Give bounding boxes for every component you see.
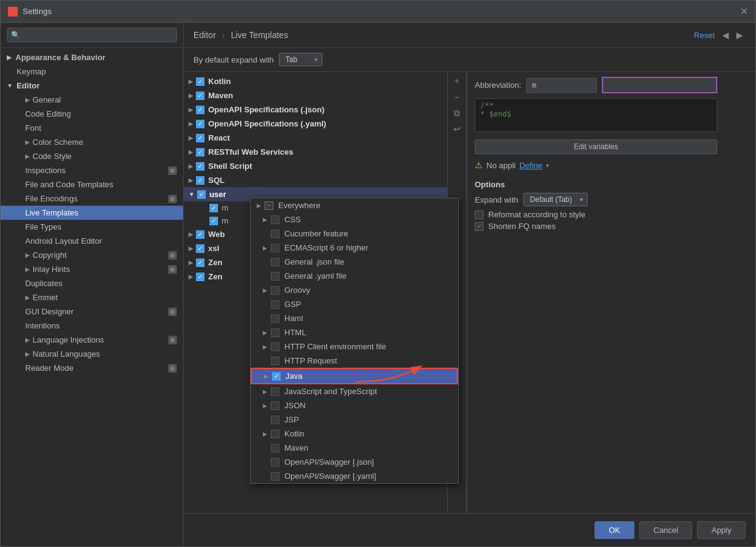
popup-item-everywhere[interactable]: ▶ − Everywhere — [251, 198, 458, 212]
sidebar-item-font[interactable]: Font — [1, 121, 183, 135]
popup-item-maven[interactable]: ▶ Maven — [251, 441, 458, 455]
reformat-checkbox[interactable] — [475, 211, 483, 219]
sidebar-item-general[interactable]: ▶ General — [1, 93, 183, 107]
popup-item-java[interactable]: ▶ ✓ Java — [251, 368, 458, 384]
cancel-button[interactable]: Cancel — [639, 521, 692, 539]
popup-item-haml[interactable]: ▶ Haml — [251, 311, 458, 325]
openapi-json-popup-checkbox[interactable] — [271, 458, 279, 467]
cucumber-checkbox[interactable] — [271, 230, 279, 238]
expand-with-select[interactable]: Default (Tab) Tab Enter — [523, 193, 588, 206]
popup-item-http-env[interactable]: ▶ HTTP Client environment file — [251, 339, 458, 354]
template-group-restful[interactable]: ▶ ✓ RESTful Web Services — [184, 145, 447, 159]
context-menu-popup[interactable]: ▶ − Everywhere ▶ CSS ▶ Cucumber fe — [250, 198, 459, 484]
template-group-kotlin[interactable]: ▶ ✓ Kotlin — [184, 74, 447, 88]
html-checkbox[interactable] — [271, 328, 279, 337]
abbreviation-input[interactable] — [526, 78, 597, 93]
sidebar-item-duplicates[interactable]: Duplicates — [1, 276, 183, 290]
popup-item-general-yaml[interactable]: ▶ General .yaml file — [251, 269, 458, 283]
sidebar-item-file-templates[interactable]: File and Code Templates — [1, 177, 183, 192]
popup-item-kotlin[interactable]: ▶ Kotlin — [251, 427, 458, 441]
search-input[interactable] — [7, 28, 177, 42]
popup-item-html[interactable]: ▶ HTML — [251, 325, 458, 339]
openapi-yaml-popup-checkbox[interactable] — [271, 472, 279, 481]
user-checkbox[interactable]: ✓ — [197, 190, 206, 199]
m2-checkbox[interactable]: ✓ — [209, 217, 218, 225]
popup-item-general-json[interactable]: ▶ General .json file — [251, 255, 458, 269]
haml-checkbox[interactable] — [271, 314, 279, 323]
zen1-checkbox[interactable]: ✓ — [196, 258, 205, 267]
kotlin-popup-checkbox[interactable] — [271, 430, 279, 438]
sidebar-item-inlay-hints[interactable]: ▶ Inlay Hints ⊞ — [1, 262, 183, 276]
sidebar-item-file-types[interactable]: File Types — [1, 220, 183, 234]
openapi-json-checkbox[interactable]: ✓ — [196, 106, 205, 114]
popup-item-js-ts[interactable]: ▶ JavaScript and TypeScript — [251, 384, 458, 398]
sidebar-item-file-encodings[interactable]: File Encodings ⊞ — [1, 192, 183, 206]
shell-checkbox[interactable]: ✓ — [196, 162, 205, 171]
shorten-fq-checkbox[interactable]: ✓ — [475, 222, 483, 231]
gsp-checkbox[interactable] — [271, 300, 279, 309]
sidebar-item-code-style[interactable]: ▶ Code Style — [1, 149, 183, 163]
template-group-react[interactable]: ▶ ✓ React — [184, 131, 447, 145]
sidebar-item-code-editing[interactable]: Code Editing — [1, 107, 183, 121]
jsp-checkbox[interactable] — [271, 416, 279, 424]
reset-button[interactable]: Reset — [694, 31, 715, 40]
nav-back-button[interactable]: ◀ — [720, 29, 731, 41]
ecma-checkbox[interactable] — [271, 244, 279, 252]
m1-checkbox[interactable]: ✓ — [209, 204, 218, 212]
popup-item-css[interactable]: ▶ CSS — [251, 212, 458, 227]
popup-item-groovy[interactable]: ▶ Groovy — [251, 283, 458, 297]
expand-select[interactable]: Tab Enter Space — [279, 53, 322, 66]
popup-item-gsp[interactable]: ▶ GSP — [251, 297, 458, 311]
add-button[interactable]: ＋ — [450, 74, 464, 88]
template-group-maven[interactable]: ▶ ✓ Maven — [184, 88, 447, 103]
sidebar-item-editor[interactable]: ▼ Editor — [1, 79, 183, 93]
revert-button[interactable]: ↩ — [450, 122, 464, 136]
sidebar-item-appearance[interactable]: ▶ Appearance & Behavior — [1, 50, 183, 64]
sidebar-item-language-injections[interactable]: ▶ Language Injections ⊞ — [1, 333, 183, 347]
kotlin-checkbox[interactable]: ✓ — [196, 77, 205, 86]
define-link[interactable]: Define — [520, 161, 543, 170]
restful-checkbox[interactable]: ✓ — [196, 148, 205, 157]
ok-button[interactable]: OK — [594, 521, 634, 539]
define-link-arrow[interactable]: ▾ — [546, 162, 549, 169]
sidebar-item-color-scheme[interactable]: ▶ Color Scheme — [1, 135, 183, 149]
remove-button[interactable]: − — [450, 90, 464, 104]
maven-popup-checkbox[interactable] — [271, 444, 279, 452]
openapi-yaml-checkbox[interactable]: ✓ — [196, 120, 205, 128]
general-json-checkbox[interactable] — [271, 258, 279, 266]
popup-item-ecma[interactable]: ▶ ECMAScript 6 or higher — [251, 241, 458, 255]
popup-item-cucumber[interactable]: ▶ Cucumber feature — [251, 227, 458, 241]
sidebar-item-live-templates[interactable]: Live Templates — [1, 206, 183, 220]
template-group-openapi-json[interactable]: ▶ ✓ OpenAPI Specifications (.json) — [184, 103, 447, 117]
template-group-openapi-yaml[interactable]: ▶ ✓ OpenAPI Specifications (.yaml) — [184, 117, 447, 131]
description-input[interactable]: 自定义的方法注释 — [602, 77, 717, 93]
sidebar-item-natural-languages[interactable]: ▶ Natural Languages — [1, 347, 183, 361]
json-checkbox[interactable] — [271, 402, 279, 410]
sidebar-item-intentions[interactable]: Intentions — [1, 319, 183, 333]
js-ts-checkbox[interactable] — [271, 387, 279, 396]
template-group-sql[interactable]: ▶ ✓ SQL — [184, 173, 447, 187]
groovy-checkbox[interactable] — [271, 286, 279, 295]
sidebar-item-reader-mode[interactable]: Reader Mode ⊞ — [1, 361, 183, 375]
template-group-shell[interactable]: ▶ ✓ Shell Script — [184, 159, 447, 173]
apply-button[interactable]: Apply — [697, 521, 746, 539]
maven-checkbox[interactable]: ✓ — [196, 91, 205, 100]
css-checkbox[interactable] — [271, 215, 279, 224]
nav-forward-button[interactable]: ▶ — [734, 29, 746, 41]
xsl-checkbox[interactable]: ✓ — [196, 244, 205, 253]
copy-button[interactable]: ⧉ — [450, 106, 464, 120]
popup-item-jsp[interactable]: ▶ JSP — [251, 413, 458, 427]
web-checkbox[interactable]: ✓ — [196, 230, 205, 239]
general-yaml-checkbox[interactable] — [271, 272, 279, 281]
popup-item-openapi-json[interactable]: ▶ OpenAPI/Swagger [.json] — [251, 455, 458, 469]
edit-variables-button[interactable]: Edit variables — [475, 139, 717, 154]
sidebar-item-gui-designer[interactable]: GUI Designer ⊞ — [1, 305, 183, 319]
sidebar-item-android-layout[interactable]: Android Layout Editor — [1, 234, 183, 248]
react-checkbox[interactable]: ✓ — [196, 134, 205, 142]
zen2-checkbox[interactable]: ✓ — [196, 273, 205, 281]
sidebar-item-inspections[interactable]: Inspections ⊞ — [1, 163, 183, 177]
close-button[interactable]: ✕ — [740, 6, 748, 17]
sidebar-item-copyright[interactable]: ▶ Copyright ⊞ — [1, 248, 183, 262]
sidebar-item-keymap[interactable]: Keymap — [1, 64, 183, 79]
java-checkbox[interactable]: ✓ — [272, 372, 281, 381]
